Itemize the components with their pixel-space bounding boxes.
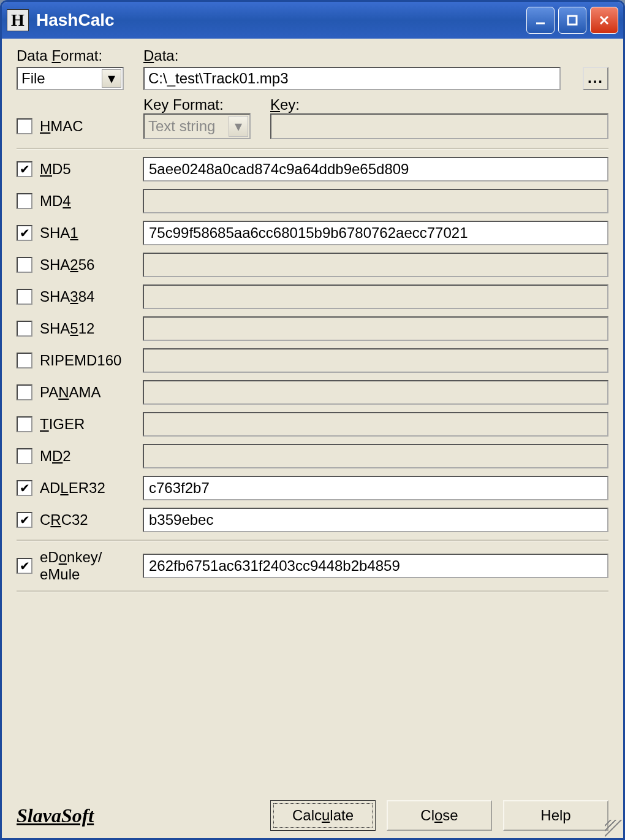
- app-window: H HashCalc Data Format: Data: File ▾: [0, 0, 625, 840]
- key-format-value: Text string: [148, 118, 215, 135]
- brand-link[interactable]: SlavaSoft: [17, 804, 94, 827]
- minimize-icon: [534, 13, 547, 27]
- panama-output: [143, 380, 608, 405]
- divider: [17, 148, 608, 150]
- edonkey-output[interactable]: 262fb6751ac631f2403cc9448b2b4859: [143, 554, 608, 578]
- sha1-output[interactable]: 75c99f58685aa6cc68015b9b6780762aecc77021: [143, 221, 608, 245]
- chevron-down-icon: ▾: [229, 116, 248, 137]
- minimize-button[interactable]: [526, 7, 555, 34]
- data-label: Data:: [143, 47, 608, 64]
- maximize-icon: [566, 13, 579, 27]
- data-path-text: C:\_test\Track01.mp3: [148, 70, 289, 87]
- md2-checkbox[interactable]: [17, 448, 32, 464]
- sha1-label: SHA1: [40, 224, 78, 242]
- panama-checkbox[interactable]: [17, 384, 32, 400]
- browse-button[interactable]: ...: [583, 67, 608, 90]
- edonkey-checkbox[interactable]: [17, 558, 32, 574]
- md5-checkbox[interactable]: [17, 161, 32, 177]
- hmac-label: HMAC: [40, 118, 83, 135]
- chevron-down-icon: ▾: [102, 69, 121, 88]
- adler32-checkbox[interactable]: [17, 480, 32, 496]
- tiger-label: TIGER: [40, 416, 85, 433]
- divider: [17, 540, 608, 541]
- panama-label: PANAMA: [40, 384, 101, 401]
- crc32-checkbox[interactable]: [17, 512, 32, 528]
- help-button[interactable]: Help: [503, 800, 608, 831]
- close-button[interactable]: [590, 7, 618, 34]
- ripemd160-label: RIPEMD160: [40, 352, 121, 369]
- edonkey-label: eDonkey/eMule: [40, 549, 102, 583]
- md5-output[interactable]: 5aee0248a0cad874c9a64ddb9e65d809: [143, 157, 608, 181]
- calculate-button[interactable]: Calculate: [270, 800, 376, 831]
- sha384-label: SHA384: [40, 288, 94, 305]
- sha256-checkbox[interactable]: [17, 257, 32, 273]
- crc32-label: CRC32: [40, 511, 88, 529]
- edonkey-value: 262fb6751ac631f2403cc9448b2b4859: [149, 557, 400, 575]
- sha384-output: [143, 284, 608, 309]
- close-icon: [597, 13, 611, 27]
- md2-label: MD2: [40, 448, 71, 465]
- ripemd160-checkbox[interactable]: [17, 353, 32, 368]
- key-label: Key:: [270, 96, 608, 113]
- tiger-output: [143, 412, 608, 437]
- browse-label: ...: [588, 69, 604, 86]
- md2-output: [143, 444, 608, 468]
- sha256-output: [143, 253, 608, 277]
- md4-output: [143, 189, 608, 213]
- adler32-label: ADLER32: [40, 479, 105, 497]
- close-dialog-button[interactable]: Close: [387, 800, 492, 831]
- svg-rect-1: [568, 16, 577, 25]
- key-format-label: Key Format:: [143, 96, 251, 113]
- data-format-value: File: [21, 70, 45, 87]
- hmac-checkbox[interactable]: [17, 118, 32, 134]
- data-input[interactable]: C:\_test\Track01.mp3: [143, 67, 561, 90]
- md4-checkbox[interactable]: [17, 193, 32, 209]
- md5-label: MD5: [40, 161, 71, 178]
- crc32-output[interactable]: b359ebec: [143, 508, 608, 532]
- key-format-select: Text string ▾: [143, 113, 251, 139]
- key-input: [270, 113, 608, 139]
- sha256-label: SHA256: [40, 256, 94, 273]
- sha1-checkbox[interactable]: [17, 225, 32, 241]
- data-format-label: Data Format:: [17, 47, 124, 64]
- ripemd160-output: [143, 348, 608, 373]
- resize-grip[interactable]: [605, 820, 622, 837]
- tiger-checkbox[interactable]: [17, 416, 32, 432]
- divider: [17, 590, 608, 592]
- app-icon: H: [7, 9, 29, 31]
- sha512-output: [143, 316, 608, 341]
- sha512-label: SHA512: [40, 320, 94, 337]
- titlebar[interactable]: H HashCalc: [2, 2, 623, 39]
- maximize-button[interactable]: [558, 7, 586, 34]
- adler32-output[interactable]: c763f2b7: [143, 476, 608, 500]
- sha384-checkbox[interactable]: [17, 289, 32, 305]
- sha512-checkbox[interactable]: [17, 321, 32, 337]
- window-title: HashCalc: [36, 10, 526, 30]
- md4-label: MD4: [40, 193, 71, 210]
- data-format-select[interactable]: File ▾: [17, 67, 124, 90]
